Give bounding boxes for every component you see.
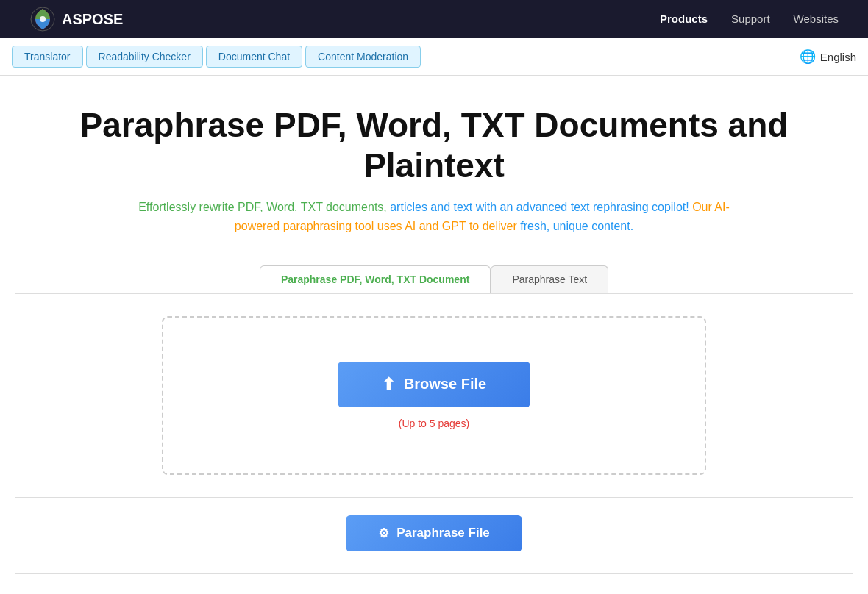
tab-bar: Paraphrase PDF, Word, TXT Document Parap… bbox=[260, 265, 608, 293]
upload-container: ⬆ Browse File (Up to 5 pages) bbox=[15, 293, 853, 498]
tab-paraphrase-document[interactable]: Paraphrase PDF, Word, TXT Document bbox=[260, 265, 491, 293]
paraphrase-file-row: ⚙ Paraphrase File bbox=[15, 498, 853, 574]
browse-file-button[interactable]: ⬆ Browse File bbox=[338, 362, 530, 407]
tab-paraphrase-text[interactable]: Paraphrase Text bbox=[491, 265, 608, 293]
brand-name: ASPOSE bbox=[62, 11, 123, 28]
nav-websites[interactable]: Websites bbox=[794, 12, 839, 26]
globe-icon: 🌐 bbox=[800, 49, 816, 65]
upload-icon: ⬆ bbox=[382, 375, 395, 394]
tab-section: Paraphrase PDF, Word, TXT Document Parap… bbox=[0, 251, 868, 293]
tab-content-moderation[interactable]: Content Moderation bbox=[305, 46, 421, 68]
hero-title: Paraphrase PDF, Word, TXT Documents and … bbox=[44, 105, 824, 186]
upload-limit-text: (Up to 5 pages) bbox=[178, 418, 690, 429]
nav-links: Products Support Websites bbox=[660, 12, 839, 26]
paraphrase-file-label: Paraphrase File bbox=[396, 526, 490, 540]
tab-translator[interactable]: Translator bbox=[12, 46, 83, 68]
svg-point-1 bbox=[40, 16, 46, 22]
aspose-logo-icon bbox=[29, 6, 56, 32]
gear-icon: ⚙ bbox=[378, 526, 389, 541]
paraphrase-file-button[interactable]: ⚙ Paraphrase File bbox=[346, 515, 522, 551]
tab-document-chat[interactable]: Document Chat bbox=[206, 46, 302, 68]
brand-logo: ASPOSE bbox=[29, 6, 123, 32]
upload-dropzone[interactable]: ⬆ Browse File (Up to 5 pages) bbox=[162, 316, 706, 475]
hero-section: Paraphrase PDF, Word, TXT Documents and … bbox=[0, 76, 868, 251]
nav-products[interactable]: Products bbox=[660, 12, 708, 26]
language-label: English bbox=[820, 51, 856, 63]
tab-readability-checker[interactable]: Readability Checker bbox=[86, 46, 203, 68]
navbar: ASPOSE Products Support Websites bbox=[0, 0, 868, 38]
browse-file-label: Browse File bbox=[404, 376, 486, 393]
bottom-links: Paraphrase Word File Paraphrase PDF File… bbox=[0, 574, 868, 594]
hero-description: Effortlessly rewrite PDF, Word, TXT docu… bbox=[118, 198, 750, 235]
nav-support[interactable]: Support bbox=[731, 12, 770, 26]
subnav: Translator Readability Checker Document … bbox=[0, 38, 868, 76]
language-selector[interactable]: 🌐 English bbox=[800, 49, 856, 65]
